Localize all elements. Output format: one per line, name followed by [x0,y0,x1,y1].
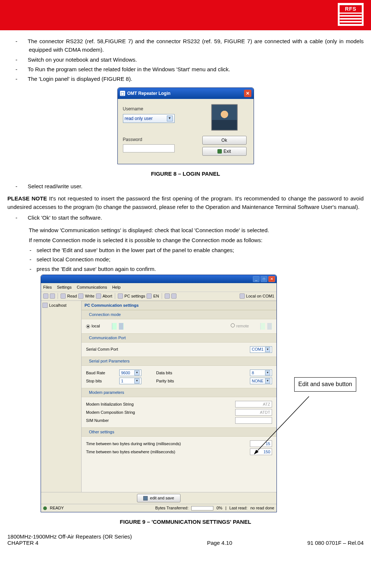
abort-icon[interactable] [96,293,101,299]
menu-item[interactable]: Settings [57,284,72,290]
stopbits-select[interactable]: 1▼ [119,378,141,384]
open-icon[interactable] [43,293,48,299]
window-titlebar: _ □ ✕ [41,275,276,283]
list-item: Switch on your notebook and start Window… [7,55,364,64]
username-select[interactable]: read only user ▼ [123,114,175,123]
footer-left-2: CHAPTER 4 [7,540,132,546]
radio-local[interactable] [86,324,90,329]
host-icon [42,303,48,308]
list-item: The 'Login panel' is displayed (FIGURE 8… [7,75,364,83]
chevron-down-icon: ▼ [265,370,270,375]
radio-remote[interactable] [231,323,235,327]
please-note-paragraph: PLEASE NOTE It's not requested to insert… [7,194,364,212]
figure-9-caption: FIGURE 9 – 'COMMUNICATION SETTINGS' PANE… [7,517,364,526]
footer-left-1: 1800MHz-1900MHz Off-Air Repeaters (OR Se… [7,533,132,540]
menu-item[interactable]: Help [112,284,121,290]
section-comm-port: Communication Port [82,333,276,343]
menu-bar: Files Settings Communications Help [41,283,276,292]
list-item: Click 'Ok' to start the software. [7,213,364,222]
comm-settings-window: _ □ ✕ Files Settings Communications Help… [41,275,277,512]
username-label: Username [123,106,196,113]
misc-icon[interactable] [171,293,176,299]
section-conn-mode: Connection mode [82,310,276,319]
misc-icon[interactable] [165,293,170,299]
list-item: Select read/write user. [7,182,364,190]
page-footer: 1800MHz-1900MHz Off-Air Repeaters (OR Se… [0,530,371,550]
status-led-icon [43,506,47,510]
page-content: The connector RS232 (ref. 58,FIGURE 7) a… [0,30,371,526]
baud-select[interactable]: 9600▼ [119,369,141,376]
edit-and-save-button[interactable]: edit and save [137,494,180,502]
local-pc-icon [112,323,124,330]
list-item: The connector RS232 (ref. 58,FIGURE 7) a… [7,37,364,54]
figure-9: _ □ ✕ Files Settings Communications Help… [7,275,364,512]
cont-line: If remote Connection mode is selected it… [7,236,364,244]
cont-line: The window 'Communication settings' is d… [7,226,364,234]
username-value: read only user [125,115,153,122]
close-icon[interactable]: ✕ [244,90,251,97]
progress-bar [191,506,213,510]
bullet-list-mid2: Click 'Ok' to start the software. [7,213,364,222]
user-avatar-icon [211,104,238,131]
rfs-waves-icon [340,14,362,24]
menu-item[interactable]: Communications [77,284,107,290]
status-bar: READY Bytes Transferred: 0% | Last read:… [41,504,276,512]
svg-line-0 [254,396,309,454]
please-note-label: PLEASE NOTE [7,195,47,202]
tree-root[interactable]: Localhost [42,302,80,309]
section-modem: Modem parameters [82,388,276,397]
section-serial-params: Serial port Parameters [82,357,276,366]
connection-status: Local on COM1 [246,293,274,299]
list-item: press the 'Edit and save' button again t… [7,265,364,273]
databits-select[interactable]: 8▼ [250,369,272,376]
footer-right: 91 080 0701F – Rel.04 [307,540,364,546]
door-icon [217,149,222,154]
list-item: To Run the program select the related fo… [7,65,364,73]
footer-page-number: Page 4.10 [207,540,232,546]
save-icon[interactable] [50,293,55,299]
figure-8-caption: FIGURE 8 – LOGIN PANEL [7,169,364,178]
section-other: Other settings [82,427,276,437]
header-band: RFS [0,0,371,30]
window-titlebar: ⬚ OMT Repeater Login ✕ [118,88,254,99]
list-item: select local Connection mode; [7,255,364,264]
callout-arrow-icon [251,396,310,455]
close-icon[interactable]: ✕ [268,276,275,282]
callout-edit-save: Edit and save button [294,377,356,392]
minimize-icon[interactable]: _ [253,276,260,282]
save-icon [143,496,148,501]
write-icon[interactable] [78,293,83,299]
app-icon: ⬚ [120,91,125,96]
bullet-list-mid1: Select read/write user. [7,182,364,190]
chevron-down-icon: ▼ [167,116,173,121]
remote-pc-icon [260,323,272,330]
flag-icon[interactable] [147,293,152,299]
status-ready: READY [50,505,64,511]
section-pc-comm: PC Communication settings [82,301,276,310]
tool-bar: Read Write Abort PC settings EN Local on… [41,292,276,301]
window-title: OMT Repeater Login [127,90,171,97]
list-item: select the 'Edit and save' button in the… [7,246,364,254]
login-window: ⬚ OMT Repeater Login ✕ Username read onl… [117,87,254,164]
read-icon[interactable] [61,293,66,299]
password-input[interactable] [123,144,175,152]
local-conn-icon [240,293,245,299]
parity-select[interactable]: NONE▼ [250,378,272,384]
ok-button[interactable]: Ok [202,136,247,145]
chevron-down-icon: ▼ [265,347,270,352]
please-note-text: It's not requested to insert the passwor… [7,195,364,210]
maximize-icon[interactable]: □ [261,276,267,282]
sub-bullet-list: select the 'Edit and save' button in the… [7,246,364,273]
rfs-logo: RFS [338,3,364,26]
tree-pane: Localhost [41,301,82,492]
pc-settings-icon[interactable] [118,293,123,299]
rfs-logo-text: RFS [340,5,362,13]
menu-item[interactable]: Files [43,284,52,290]
figure-8: ⬚ OMT Repeater Login ✕ Username read onl… [7,87,364,164]
password-label: Password [123,136,196,143]
serial-port-select[interactable]: COM1▼ [250,346,272,353]
bullet-list-top: The connector RS232 (ref. 58,FIGURE 7) a… [7,37,364,83]
exit-button[interactable]: Exit [202,147,247,156]
chevron-down-icon: ▼ [134,370,140,375]
chevron-down-icon: ▼ [134,378,140,384]
